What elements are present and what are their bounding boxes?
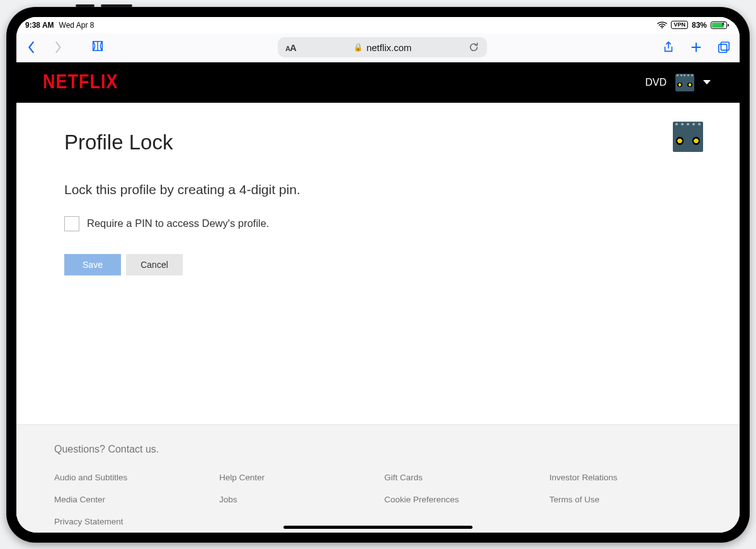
footer-contact[interactable]: Questions? Contact us. <box>54 444 702 455</box>
volume-button <box>76 4 94 7</box>
save-button[interactable]: Save <box>64 254 121 275</box>
bookmarks-button[interactable] <box>91 39 105 55</box>
footer-link[interactable]: Cookie Preferences <box>384 495 537 504</box>
address-bar[interactable]: AA 🔒 netflix.com <box>278 37 487 57</box>
battery-icon: ⚡︎ <box>711 21 727 29</box>
footer: Questions? Contact us. Audio and Subtitl… <box>16 424 740 533</box>
main-content: Profile Lock Lock this profile by creati… <box>16 103 740 424</box>
url-domain: netflix.com <box>367 42 412 53</box>
page-title: Profile Lock <box>64 130 692 154</box>
home-indicator[interactable] <box>284 526 472 529</box>
ipad-frame: 9:38 AM Wed Apr 8 VPN 83% ⚡︎ <box>6 7 750 543</box>
wifi-icon <box>657 21 667 29</box>
new-tab-button[interactable] <box>688 39 704 55</box>
netflix-header: NETFLIX DVD <box>16 62 740 103</box>
profile-avatar-icon[interactable] <box>675 74 694 91</box>
profile-menu-caret-icon[interactable] <box>703 80 711 84</box>
netflix-logo[interactable]: NETFLIX <box>43 71 118 94</box>
cancel-button[interactable]: Cancel <box>126 254 183 275</box>
reload-button[interactable] <box>468 42 479 53</box>
profile-avatar-large-icon <box>673 122 703 152</box>
lock-icon: 🔒 <box>353 43 363 52</box>
footer-link[interactable]: Gift Cards <box>384 473 537 482</box>
dvd-link[interactable]: DVD <box>645 77 667 88</box>
share-button[interactable] <box>660 39 677 55</box>
footer-link[interactable]: Investor Relations <box>549 473 702 482</box>
tabs-button[interactable] <box>716 39 732 55</box>
footer-link[interactable]: Jobs <box>219 495 372 504</box>
require-pin-checkbox[interactable] <box>64 216 79 231</box>
status-bar: 9:38 AM Wed Apr 8 VPN 83% ⚡︎ <box>16 17 740 33</box>
back-button[interactable] <box>24 40 39 55</box>
require-pin-label: Require a PIN to access Dewy's profile. <box>87 217 269 229</box>
page-content: NETFLIX DVD Profile Lock Lock this profi… <box>16 62 740 533</box>
svg-rect-1 <box>721 42 729 50</box>
footer-link[interactable]: Terms of Use <box>549 495 702 504</box>
screen: 9:38 AM Wed Apr 8 VPN 83% ⚡︎ <box>16 17 740 533</box>
svg-rect-2 <box>719 44 727 52</box>
battery-percent: 83% <box>692 21 707 30</box>
status-date: Wed Apr 8 <box>59 21 94 30</box>
volume-button <box>101 4 132 7</box>
footer-link[interactable]: Audio and Subtitles <box>54 473 207 482</box>
page-subtitle: Lock this profile by creating a 4-digit … <box>64 182 692 197</box>
vpn-indicator: VPN <box>671 21 688 29</box>
svg-point-0 <box>662 26 663 28</box>
footer-link[interactable]: Help Center <box>219 473 372 482</box>
forward-button[interactable] <box>50 40 66 55</box>
footer-link[interactable]: Media Center <box>54 495 207 504</box>
reader-text-size-button[interactable]: AA <box>285 42 296 53</box>
footer-link[interactable]: Privacy Statement <box>54 517 207 526</box>
clock: 9:38 AM <box>25 21 54 30</box>
safari-toolbar: AA 🔒 netflix.com <box>16 33 740 62</box>
